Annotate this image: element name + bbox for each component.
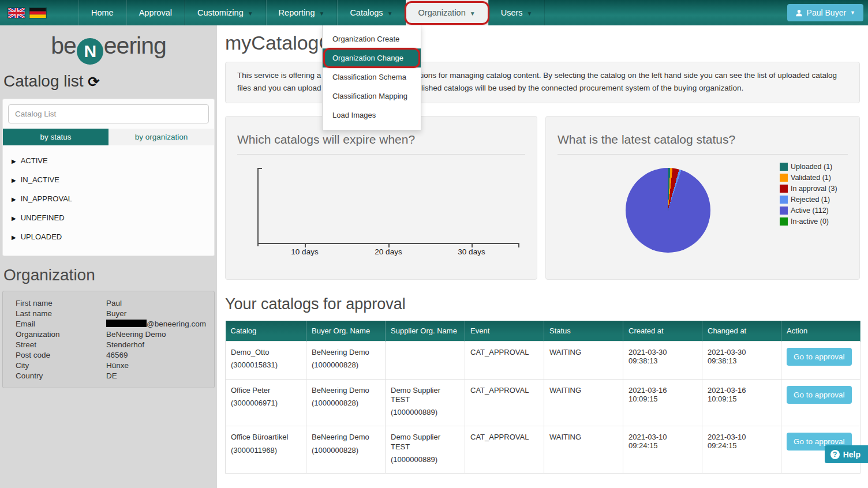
menu-item-load-images[interactable]: Load Images — [323, 106, 421, 125]
help-button[interactable]: ? Help — [825, 445, 868, 463]
catalog-list-tabs: by status by organization — [3, 129, 214, 145]
nav-item-organization[interactable]: Organization ▼ — [406, 0, 488, 25]
legend-label: Rejected (1) — [791, 196, 830, 204]
go-to-approval-button[interactable]: Go to approval — [787, 348, 852, 366]
nav-item-catalogs[interactable]: Catalogs ▼ — [337, 0, 405, 25]
legend-swatch — [780, 196, 788, 204]
go-to-approval-button[interactable]: Go to approval — [787, 386, 852, 404]
tab-by-status[interactable]: by status — [3, 129, 108, 145]
caret-right-icon: ▶ — [12, 234, 16, 241]
app-root: Home Approval Customizing ▼ Reporting ▼ … — [0, 0, 868, 488]
nav-label: Customizing — [197, 8, 244, 17]
legend-label: Validated (1) — [791, 174, 831, 182]
language-switcher — [0, 0, 55, 25]
x-axis-tick — [305, 243, 306, 247]
expire-chart-title: Which catalogs will expire when? — [237, 133, 525, 155]
user-menu-button[interactable]: Paul Buyer ▼ — [787, 4, 863, 21]
org-detail-row: City Hünxe — [3, 360, 214, 370]
status-chart-title: What is the latest catalog status? — [558, 133, 848, 155]
legend-label: In-active (0) — [791, 217, 829, 226]
pie-legend: Uploaded (1)Validated (1)In approval (3)… — [780, 163, 837, 228]
tree-item-undefined[interactable]: ▶UNDEFINED — [3, 208, 214, 227]
nav-item-customizing[interactable]: Customizing ▼ — [185, 0, 266, 25]
approval-table-title: Your catalogs for approval — [225, 295, 860, 313]
nav-item-home[interactable]: Home — [78, 0, 126, 25]
menu-item-label: Organization Change — [332, 54, 403, 62]
x-tick-label: 30 days — [458, 247, 485, 256]
x-axis-tick — [388, 243, 390, 247]
page-title: myCatalogCloud — [225, 32, 860, 54]
column-header: Buyer Org. Name — [306, 321, 386, 341]
top-navbar: Home Approval Customizing ▼ Reporting ▼ … — [0, 0, 868, 25]
logo-n-circle: N — [77, 38, 103, 65]
legend-swatch — [780, 163, 788, 171]
nav-label: Users — [501, 8, 523, 17]
y-axis — [257, 168, 259, 246]
logo-text: be — [51, 32, 76, 59]
column-header: Catalog — [226, 321, 306, 341]
chevron-down-icon: ▼ — [527, 10, 533, 17]
nav-label: Approval — [139, 8, 172, 17]
status-tree: ▶ACTIVE ▶IN_ACTIVE ▶IN_APPROVAL ▶UNDEFIN… — [3, 145, 214, 256]
legend-swatch — [780, 174, 788, 182]
flag-de-icon[interactable] — [29, 8, 46, 18]
flag-uk-icon[interactable] — [8, 8, 25, 18]
table-row: Office Büroartikel(3000011968) BeNeering… — [226, 426, 860, 474]
org-detail-row: Last name Buyer — [3, 308, 214, 318]
organization-dropdown-menu: Organization Create Organization Change … — [322, 25, 421, 130]
org-detail-row: Organization BeNeering Demo — [3, 329, 214, 339]
catalog-list-panel: by status by organization ▶ACTIVE ▶IN_AC… — [2, 99, 215, 256]
redacted-text — [106, 320, 147, 327]
x-axis-end-tick — [518, 243, 519, 247]
chevron-down-icon: ▼ — [387, 10, 393, 17]
column-header: Supplier Org. Name — [386, 321, 465, 341]
org-detail-row: Street Stenderhof — [3, 339, 214, 350]
intro-panel: This service is offering a platform for … — [225, 62, 860, 103]
nav-item-reporting[interactable]: Reporting ▼ — [266, 0, 338, 25]
nav-label: Organization — [418, 8, 466, 17]
menu-item-classification-schema[interactable]: Classification Schema — [323, 67, 421, 87]
nav-item-approval[interactable]: Approval — [126, 0, 185, 25]
menu-item-organization-change[interactable]: Organization Change — [323, 48, 421, 67]
beneering-logo: beNeering — [0, 25, 217, 65]
column-header: Created at — [623, 321, 702, 341]
caret-right-icon: ▶ — [12, 177, 16, 183]
legend-label: Uploaded (1) — [791, 163, 832, 171]
column-header: Status — [544, 321, 623, 341]
organization-section-title: Organization — [3, 266, 217, 284]
dashboard-charts: Which catalogs will expire when? 10 days… — [225, 116, 860, 280]
logo-text: eering — [104, 32, 166, 59]
x-tick-label: 20 days — [375, 247, 402, 256]
user-icon — [795, 9, 803, 17]
refresh-icon[interactable]: ⟳ — [88, 74, 99, 89]
tree-item-active[interactable]: ▶ACTIVE — [3, 151, 214, 170]
question-icon: ? — [830, 450, 840, 459]
expire-chart-panel: Which catalogs will expire when? 10 days… — [225, 116, 537, 280]
x-axis-tick — [472, 243, 473, 247]
nav-item-users[interactable]: Users ▼ — [488, 0, 545, 25]
chevron-down-icon: ▼ — [248, 10, 253, 17]
menu-item-organization-create[interactable]: Organization Create — [323, 29, 421, 48]
main-nav: Home Approval Customizing ▼ Reporting ▼ … — [78, 0, 545, 25]
nav-label: Home — [91, 8, 114, 17]
legend-item: Rejected (1) — [780, 196, 837, 204]
chevron-down-icon: ▼ — [319, 10, 324, 17]
approval-table: Catalog Buyer Org. Name Supplier Org. Na… — [225, 321, 860, 474]
tree-item-in-approval[interactable]: ▶IN_APPROVAL — [3, 189, 214, 208]
legend-item: Active (112) — [780, 207, 837, 215]
caret-right-icon: ▶ — [12, 196, 16, 202]
menu-item-classification-mapping[interactable]: Classification Mapping — [323, 87, 421, 106]
nav-label: Catalogs — [350, 8, 383, 17]
legend-item: Uploaded (1) — [780, 163, 837, 171]
tree-item-in-active[interactable]: ▶IN_ACTIVE — [3, 170, 214, 189]
organization-details-panel: First name Paul Last name Buyer Email @b… — [2, 291, 215, 388]
tree-item-uploaded[interactable]: ▶UPLOADED — [3, 227, 214, 246]
org-detail-row: Email @beneering.com — [3, 318, 214, 329]
tab-by-organization[interactable]: by organization — [108, 129, 214, 145]
legend-item: In approval (3) — [780, 185, 837, 193]
column-header: Action — [781, 321, 860, 341]
catalog-search-input[interactable] — [8, 104, 209, 123]
sidebar: beNeering Catalog list ⟳ by status by or… — [0, 25, 217, 488]
status-chart-panel: What is the latest catalog status? Uploa… — [545, 116, 860, 280]
org-detail-row: First name Paul — [3, 298, 214, 308]
